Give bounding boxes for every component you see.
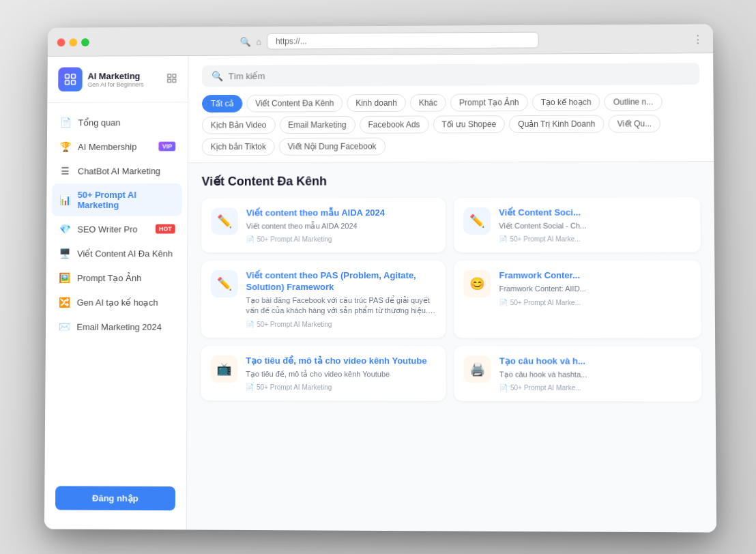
filter-tag-email-marketing[interactable]: Email Marketing	[279, 116, 355, 134]
sidebar-item-tong-quan[interactable]: 📄Tổng quan	[53, 111, 182, 134]
card-title-pas-framework: Viết content theo PAS (Problem, Agitate,…	[246, 270, 437, 293]
login-button[interactable]: Đăng nhập	[55, 486, 175, 510]
card-tao-cau-hook[interactable]: 🖨️Tạo câu hook và h...Tạo câu hook và ha…	[454, 346, 701, 402]
filter-tag-tat-ca[interactable]: Tất cả	[202, 95, 242, 113]
logo-icon	[58, 68, 83, 92]
card-meta-framwork-content: 📄50+ Prompt AI Marke...	[499, 299, 692, 306]
main-body: Viết Content Đa Kênh ✏️Viết content theo…	[187, 162, 716, 532]
card-title-youtube-desc: Tạo tiêu đề, mô tả cho video kênh Youtub…	[246, 355, 436, 367]
filter-tag-kinh-doanh[interactable]: Kinh doanh	[347, 94, 405, 112]
card-desc-aida-2024: Viết content theo mẫu AIDA 2024	[246, 221, 436, 232]
logo-title: AI Marketing	[88, 71, 144, 81]
filter-tag-khac[interactable]: Khác	[410, 94, 446, 112]
sidebar-logo: AI Marketing Gen AI for Beginners	[47, 67, 188, 103]
main-content: 🔍 Tất cảViết Content Đa KênhKinh doanhKh…	[187, 53, 716, 532]
logo-subtitle: Gen AI for Beginners	[87, 81, 143, 87]
sidebar-footer: Đăng nhập	[44, 478, 186, 519]
filter-tag-viet-qu[interactable]: Viết Qu...	[608, 115, 660, 132]
card-pas-framework[interactable]: ✏️Viết content theo PAS (Problem, Agitat…	[201, 261, 446, 338]
sidebar-item-seo-writer[interactable]: 💎SEO Writer ProHOT	[52, 218, 182, 241]
card-desc-tao-cau-hook: Tạo câu hook và hashta...	[499, 369, 692, 380]
sidebar-item-email-marketing[interactable]: ✉️Email Marketing 2024	[51, 315, 181, 338]
card-meta-aida-2024: 📄50+ Prompt AI Marketing	[246, 235, 436, 243]
card-viet-content-soci[interactable]: ✏️Viết Content Soci...Viết Content Socia…	[454, 197, 701, 252]
filter-tag-outline-n[interactable]: Outline n...	[605, 93, 663, 111]
sidebar-item-label-gen-ai-ke-hoach: Gen AI tạo kế hoạch	[77, 297, 175, 307]
sidebar-item-label-ai-membership: AI Membership	[78, 141, 152, 151]
app-layout: AI Marketing Gen AI for Beginners 📄Tổng …	[44, 53, 716, 532]
svg-rect-4	[168, 74, 171, 77]
card-meta-text-youtube-desc: 50+ Prompt AI Marketing	[257, 383, 332, 391]
svg-rect-1	[72, 74, 76, 78]
minimize-button[interactable]	[69, 38, 77, 46]
card-icon-framwork-content: 😊	[463, 270, 491, 297]
filter-tag-viet-noi-dung-facebook[interactable]: Viết Nội Dung Facebook	[279, 138, 386, 156]
card-title-framwork-content: Framwork Conter...	[499, 270, 691, 282]
back-icon: 🔍	[240, 36, 251, 46]
browser-chrome: 🔍 ⌂ https://... ⋮	[48, 24, 713, 57]
nav-badge-ai-membership: VIP	[159, 142, 175, 151]
card-aida-2024[interactable]: ✏️Viết content theo mẫu AIDA 2024Viết co…	[201, 198, 446, 253]
filter-tag-tao-ke-hoach[interactable]: Tạo kế hoạch	[532, 93, 600, 111]
svg-rect-6	[168, 79, 171, 83]
section-title: Viết Content Đa Kênh	[202, 173, 701, 189]
card-meta-youtube-desc: 📄50+ Prompt AI Marketing	[246, 383, 436, 392]
svg-rect-5	[173, 74, 176, 77]
search-bar: 🔍	[202, 63, 699, 87]
logo-text-wrap: AI Marketing Gen AI for Beginners	[87, 71, 143, 88]
filter-tag-quan-tri-kinh-doanh[interactable]: Quản Trị Kinh Doanh	[509, 115, 604, 133]
main-header: 🔍 Tất cảViết Content Đa KênhKinh doanhKh…	[188, 53, 714, 163]
filter-tag-kich-ban-video[interactable]: Kịch Bản Video	[202, 116, 276, 134]
cards-grid: ✏️Viết content theo mẫu AIDA 2024Viết co…	[201, 197, 701, 401]
browser-window: 🔍 ⌂ https://... ⋮ AI Marketing	[44, 24, 716, 532]
filter-tag-viet-content-da-kenh[interactable]: Viết Content Đa Kênh	[246, 94, 343, 112]
card-content-pas-framework: Viết content theo PAS (Problem, Agitate,…	[246, 270, 436, 328]
card-meta-icon-aida-2024: 📄	[246, 236, 255, 244]
sidebar-item-viet-content[interactable]: 🖥️Viết Content AI Đa Kênh	[52, 242, 182, 265]
viet-content-icon: 🖥️	[58, 248, 70, 259]
card-desc-framwork-content: Framwork Content: AIID...	[499, 284, 691, 294]
sidebar-item-label-email-marketing: Email Marketing 2024	[76, 321, 175, 332]
card-desc-pas-framework: Tạo bài đăng Facebook với cấu trúc PAS đ…	[246, 295, 436, 317]
card-content-tao-cau-hook: Tạo câu hook và h...Tạo câu hook và hash…	[499, 355, 692, 392]
card-icon-aida-2024: ✏️	[211, 208, 238, 235]
filter-tag-prompt-tao-anh[interactable]: Prompt Tạo Ảnh	[450, 93, 528, 111]
card-meta-icon-pas-framework: 📄	[246, 321, 254, 328]
card-meta-icon-viet-content-soci: 📄	[499, 235, 507, 243]
card-content-framwork-content: Framwork Conter...Framwork Content: AIID…	[499, 270, 691, 306]
grid-icon[interactable]	[166, 72, 177, 85]
browser-menu-icon[interactable]: ⋮	[693, 33, 703, 46]
filter-tag-toi-uu-shopee[interactable]: Tối ưu Shopee	[433, 115, 505, 133]
address-bar[interactable]: https://...	[267, 32, 538, 50]
filter-tag-kich-ban-tiktok[interactable]: Kịch bản Tiktok	[202, 138, 275, 156]
card-content-viet-content-soci: Viết Content Soci...Viết Content Social …	[499, 207, 690, 243]
svg-rect-0	[66, 74, 70, 78]
search-input[interactable]	[229, 69, 690, 81]
prompt-tao-anh-icon: 🖼️	[58, 272, 70, 283]
sidebar-item-ai-membership[interactable]: 🏆AI MembershipVIP	[53, 135, 182, 158]
card-meta-icon-tao-cau-hook: 📄	[499, 384, 508, 392]
sidebar-item-gen-ai-ke-hoach[interactable]: 🔀Gen AI tạo kế hoạch	[51, 291, 181, 314]
card-youtube-desc[interactable]: 📺Tạo tiêu đề, mô tả cho video kênh Youtu…	[201, 346, 446, 401]
card-icon-tao-cau-hook: 🖨️	[463, 355, 491, 383]
sidebar-item-prompt-tao-anh[interactable]: 🖼️Prompt Tạo Ảnh	[51, 266, 181, 289]
sidebar-item-chatbot[interactable]: ☰ChatBot AI Marketing	[52, 159, 182, 182]
close-button[interactable]	[57, 38, 66, 46]
sidebar-item-label-seo-writer: SEO Writer Pro	[77, 224, 149, 234]
filter-tag-facebook-ads[interactable]: Facebook Ads	[360, 116, 429, 134]
card-desc-youtube-desc: Tạo tiêu đề, mô tả cho video kênh Youtub…	[246, 369, 436, 380]
card-title-viet-content-soci: Viết Content Soci...	[499, 207, 690, 218]
browser-toolbar: 🔍 ⌂ https://...	[96, 31, 686, 50]
card-meta-tao-cau-hook: 📄50+ Prompt AI Marke...	[499, 384, 692, 392]
maximize-button[interactable]	[81, 38, 89, 46]
card-framwork-content[interactable]: 😊Framwork Conter...Framwork Content: AII…	[454, 261, 701, 338]
traffic-lights	[57, 38, 89, 46]
card-desc-viet-content-soci: Viết Content Social - Ch...	[499, 220, 690, 231]
ai-membership-icon: 🏆	[59, 141, 72, 152]
card-meta-text-pas-framework: 50+ Prompt AI Marketing	[257, 321, 332, 328]
svg-rect-3	[72, 81, 76, 85]
card-meta-text-tao-cau-hook: 50+ Prompt AI Marke...	[510, 384, 581, 392]
tong-quan-icon: 📄	[59, 117, 72, 128]
sidebar-item-prompt-ai[interactable]: 📊50+ Prompt AI Marketing	[52, 184, 182, 216]
email-marketing-icon: ✉️	[58, 321, 70, 332]
